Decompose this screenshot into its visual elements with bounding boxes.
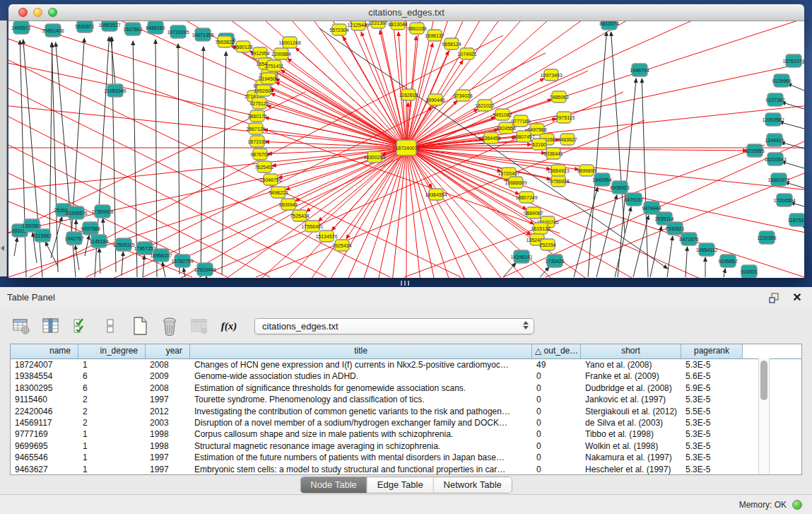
table-cell[interactable]: Jankovic et al. (1997) xyxy=(581,394,681,405)
tab-network-table[interactable]: Network Table xyxy=(434,477,512,493)
graph-node[interactable]: 8471676 xyxy=(679,233,698,245)
graph-node[interactable]: 1221397 xyxy=(368,21,387,28)
graph-node[interactable]: 9699695 xyxy=(577,165,596,176)
table-cell[interactable]: 18300295 xyxy=(11,382,78,394)
graph-node[interactable]: 1074921 xyxy=(457,48,476,59)
table-cell[interactable]: de Silva et al. (2003) xyxy=(581,417,681,428)
graph-node[interactable]: 5572304 xyxy=(329,24,348,35)
table-cell[interactable]: Hescheler et al. (1997) xyxy=(581,464,681,475)
table-cell[interactable]: 6 xyxy=(78,382,146,394)
table-cell[interactable]: 1 xyxy=(78,452,146,463)
graph-node[interactable]: 16001248 xyxy=(278,37,300,48)
table-row[interactable]: 946362711997Embryonic stem cells: a mode… xyxy=(11,464,801,475)
graph-node[interactable]: 5912954 xyxy=(250,47,269,59)
select-columns-button[interactable] xyxy=(71,315,90,337)
graph-node[interactable]: 1733426 xyxy=(545,255,564,267)
graph-node[interactable]: 1873193 xyxy=(247,136,266,147)
graph-node[interactable]: 2867129 xyxy=(246,123,265,134)
graph-node[interactable]: 6734028 xyxy=(453,90,472,101)
network-window[interactable]: citations_edges.txt 24055722069140655328… xyxy=(8,4,804,277)
table-scrollbar[interactable] xyxy=(758,358,770,475)
table-cell[interactable]: Estimation of significance thresholds fo… xyxy=(190,382,532,394)
graph-node[interactable]: 16958107 xyxy=(150,249,172,262)
float-panel-icon[interactable] xyxy=(768,291,781,304)
table-cell[interactable]: 5.5E-5 xyxy=(681,406,743,417)
table-cell[interactable]: 5.3E-5 xyxy=(681,394,743,405)
stacked-rows-button[interactable] xyxy=(100,315,120,337)
table-cell[interactable]: 0 xyxy=(532,440,581,452)
graph-node[interactable]: 16782759 xyxy=(171,255,193,267)
graph-node[interactable]: 17359928 xyxy=(91,205,113,218)
window-titlebar[interactable]: citations_edges.txt xyxy=(8,4,804,21)
table-cell[interactable]: 9465546 xyxy=(11,452,78,463)
graph-node[interactable]: 5498223 xyxy=(269,187,288,198)
graph-node[interactable]: 15134576 xyxy=(315,230,337,242)
table-cell[interactable]: 1998 xyxy=(146,440,190,452)
graph-node[interactable]: 8813044 xyxy=(388,21,407,30)
graph-node[interactable]: 924501 xyxy=(741,265,757,278)
table-cell[interactable]: Wolkin et al. (1998) xyxy=(581,440,681,452)
table-cell[interactable]: 0 xyxy=(532,428,581,440)
table-cell[interactable]: 5.9E-5 xyxy=(681,382,743,394)
table-cell[interactable]: 1 xyxy=(78,440,146,452)
table-cell[interactable]: 5.3E-5 xyxy=(681,440,743,452)
show-column-button[interactable] xyxy=(41,315,61,337)
graph-node[interactable]: 9658124 xyxy=(442,38,461,49)
graph-node[interactable]: 1364456 xyxy=(481,132,500,144)
graph-node[interactable]: 2751411 xyxy=(265,60,284,71)
function-builder-button[interactable]: f(x) xyxy=(219,315,239,337)
graph-node[interactable]: 1942757 xyxy=(64,232,83,245)
table-cell[interactable]: 6 xyxy=(78,370,146,382)
graph-node[interactable]: 8215955 xyxy=(745,144,764,157)
graph-node[interactable]: 9451082 xyxy=(493,109,512,120)
graph-node[interactable]: 17556401 xyxy=(301,221,323,232)
table-cell[interactable]: 9115460 xyxy=(11,394,78,405)
graph-node[interactable]: 10653527 xyxy=(98,21,120,31)
graph-node[interactable]: 7663822 xyxy=(215,36,234,47)
table-cell[interactable]: 5.3E-5 xyxy=(681,417,743,428)
table-cell[interactable]: Nakamura et al. (1997) xyxy=(581,452,681,463)
table-row[interactable]: 1872400712008Changes of HCN gene express… xyxy=(11,359,801,370)
graph-node[interactable]: 252254 xyxy=(539,239,555,250)
collapse-arrow-icon[interactable] xyxy=(1,245,4,251)
graph-node[interactable]: 20691406 xyxy=(42,24,64,37)
graph-node[interactable]: 9245652 xyxy=(718,255,737,267)
graph-node[interactable]: 1115682 xyxy=(33,229,52,242)
table-cell[interactable]: Changes of HCN gene expression and I(f) … xyxy=(190,359,532,370)
table-cell[interactable]: 1997 xyxy=(146,452,190,463)
table-cell[interactable]: Dudbridge et al. (2008) xyxy=(581,382,681,394)
graph-node[interactable]: 6479197 xyxy=(624,193,643,206)
table-cell[interactable]: 2009 xyxy=(146,370,190,382)
graph-node[interactable]: 17016504 xyxy=(773,194,795,206)
graph-node[interactable]: 1990446 xyxy=(425,94,445,105)
table-cell[interactable]: Tourette syndrome. Phenomenology and cla… xyxy=(190,394,532,405)
network-table-select[interactable]: citations_edges.txt xyxy=(254,318,534,334)
graph-node[interactable]: 9097588 xyxy=(81,222,100,235)
graph-node[interactable]: 7932621 xyxy=(665,222,684,235)
panel-splitter-grip[interactable] xyxy=(401,281,411,286)
graph-node[interactable]: 1946794 xyxy=(630,64,649,76)
graph-node[interactable]: 1162815 xyxy=(399,89,418,100)
graph-node[interactable]: 12505115 xyxy=(113,238,135,251)
graph-node[interactable]: 9876709 xyxy=(250,148,269,160)
table-row[interactable]: 946554611997Estimation of the future num… xyxy=(11,452,801,463)
table-cell[interactable]: 9699695 xyxy=(11,440,78,452)
table-cell[interactable]: 1 xyxy=(78,359,146,370)
delete-column-button[interactable] xyxy=(160,315,180,337)
graph-node[interactable]: 1167531 xyxy=(788,214,804,226)
graph-node[interactable]: 4275121 xyxy=(249,98,269,109)
table-cell[interactable]: 9777169 xyxy=(11,428,78,440)
table-cell[interactable]: 5.3E-5 xyxy=(681,464,743,475)
table-cell[interactable]: 19384554 xyxy=(11,370,78,382)
table-cell[interactable]: 2 xyxy=(78,394,146,405)
graph-node[interactable]: 14671355 xyxy=(192,28,213,41)
table-cell[interactable]: 2012 xyxy=(146,406,190,417)
new-column-button[interactable] xyxy=(130,315,150,337)
table-cell[interactable]: 1997 xyxy=(146,464,190,475)
column-header-pagerank[interactable]: pagerank xyxy=(681,344,743,358)
table-cell[interactable]: Genome-wide association studies in ADHD. xyxy=(190,370,532,382)
graph-node[interactable]: 2200884 xyxy=(271,48,290,59)
table-cell[interactable]: 2008 xyxy=(146,382,190,394)
graph-node[interactable]: 62160 xyxy=(532,139,546,150)
graph-node[interactable]: 19384554 xyxy=(425,189,447,200)
